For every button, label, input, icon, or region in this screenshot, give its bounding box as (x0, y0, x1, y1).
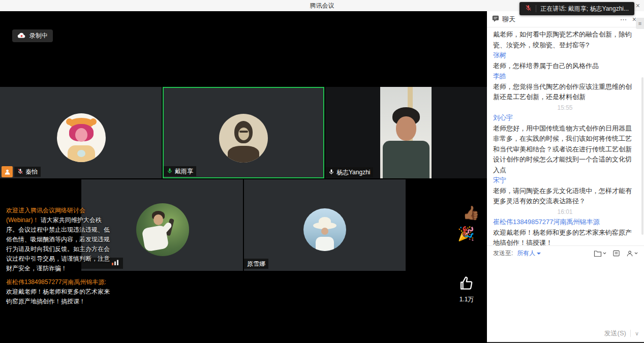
window-close-icon[interactable]: × (636, 0, 640, 11)
chat-scrollbar[interactable] (641, 77, 643, 235)
chat-panel: 聊天 ⋯ × ≡ 戴老师，如何看中原陶瓷艺术的融合创新，除钧瓷、汝瓷外，绞胎瓷、… (487, 11, 644, 343)
chat-message-text: 戴老师，如何看中原陶瓷艺术的融合创新，除钧瓷、汝瓷外，绞胎瓷、登封窑等? (493, 29, 637, 50)
video-area: 录制中 秦怡 (0, 11, 487, 343)
recording-label: 录制中 (29, 32, 48, 40)
person-icon[interactable] (626, 250, 638, 257)
network-signal-icon (111, 259, 119, 268)
muted-mic-icon (525, 5, 532, 13)
overlay-chat-text: 欢迎戴老师！杨老师和更多的艺术家来钧窑原产地搞创作！搞授课！ (6, 288, 110, 305)
chat-bubble-icon (492, 15, 499, 24)
avatar (303, 208, 346, 251)
chat-message-time: 16:01 (493, 207, 637, 217)
video-tile-daiyuxiang[interactable]: 戴雨享 (163, 87, 324, 178)
chat-message-name: 李皓 (493, 71, 637, 82)
chat-message-name: 刘心宇 (493, 113, 637, 123)
chat-title: 聊天 (502, 15, 515, 24)
folder-icon[interactable] (594, 250, 606, 257)
recording-indicator[interactable]: 录制中 (12, 29, 53, 42)
video-tile-yuanxuena[interactable]: 原雪娜 (244, 179, 406, 271)
send-to-label: 发送至: (493, 249, 513, 258)
like-counter[interactable]: 1.1万 (451, 275, 482, 304)
video-feed (380, 87, 432, 178)
chat-message-time: 15:55 (493, 103, 637, 113)
announcement-body: 请大家共同维护大会秩序。会议过程中禁止出现违法违规、低俗色情、吸烟酗酒等内容，若… (6, 216, 110, 272)
announcement-overlay: 欢迎进入腾讯会议网络研讨会(Webinar)！ 请大家共同维护大会秩序。会议过程… (6, 206, 111, 306)
tencent-meeting-window: 腾讯会议 × 录制中 (0, 0, 644, 343)
chat-send-bar: 发送至: 所有人 (487, 245, 644, 261)
thumbs-up-outline-icon[interactable] (458, 285, 475, 293)
participant-name: 杨志Yangzhi (336, 168, 370, 177)
chat-message-text: 老师，请问陶瓷在多元文化语境中，怎样才能有更多灵活有效的交流表达路径？ (493, 186, 637, 207)
chat-message-list[interactable]: 戴老师，如何看中原陶瓷艺术的融合创新，除钧瓷、汝瓷外，绞胎瓷、登封窑等?张树老师… (487, 27, 644, 245)
host-badge-icon (2, 166, 13, 177)
avatar (136, 203, 189, 256)
muted-mic-icon (17, 168, 23, 176)
send-button[interactable]: 发送(S) (604, 329, 626, 338)
chat-message-text: 老师，怎样培养属于自己的风格作品 (493, 61, 637, 72)
reaction-thumbs-up-emoji: 👍🏾 (463, 206, 480, 220)
send-to-value: 所有人 (517, 249, 535, 258)
avatar (57, 113, 106, 162)
chat-more-icon[interactable]: ⋯ (618, 15, 630, 23)
send-options-chevron-icon[interactable]: ∨ (635, 330, 639, 337)
video-tile-qinyi[interactable]: 秦怡 (0, 87, 162, 178)
chat-message-text: 欢迎戴老师！杨老师和更多的艺术家来钧窑原产地搞创作！搞授课！ (493, 228, 637, 246)
reaction-party-popper-emoji: 🎉 (457, 227, 475, 241)
participant-name-tag: 秦怡 (14, 167, 41, 177)
reaction-grinning-emoji: 😁 (456, 248, 471, 262)
participant-name: 原雪娜 (247, 260, 265, 268)
speaking-toast: 正在讲话: 戴雨享; 杨志Yangzhi... (519, 2, 634, 15)
chat-message-name: 张树 (493, 50, 637, 61)
overlay-chat-sender: 崔松伟13849857277河南禹州锦丰源: (6, 278, 106, 286)
announcement-board-icon[interactable] (612, 250, 620, 257)
chat-message-name: 崔松伟13849857277河南禹州锦丰源 (493, 217, 637, 228)
participant-name: 戴雨享 (175, 167, 193, 176)
send-button-group: 发送(S) ∨ (604, 329, 639, 338)
participant-name: 秦怡 (25, 168, 38, 176)
mic-on-icon (328, 169, 334, 176)
chat-message-text: 老师，您觉得当代陶艺的创作应该注重思维的创新还是工艺创新，还是材料创新 (493, 82, 637, 103)
send-to-dropdown[interactable]: 所有人 (517, 249, 541, 258)
like-count: 1.1万 (451, 295, 482, 304)
chevron-down-icon (537, 253, 541, 255)
video-tile-yangzhi[interactable]: 杨志Yangzhi (325, 87, 487, 178)
cloud-recording-icon (17, 32, 26, 40)
participant-name-tag: 原雪娜 (244, 259, 268, 269)
speaking-toast-text: 正在讲话: 戴雨享; 杨志Yangzhi... (540, 5, 629, 13)
participant-name-tag: 戴雨享 (164, 166, 196, 176)
avatar (219, 114, 268, 163)
chat-input-area[interactable] (487, 261, 644, 327)
chat-message-text: 老师您好，用中国传统造物方式创作的日用器皿非常多，在实践的时候，我们该如何将传统… (493, 123, 637, 176)
chat-message-name: 宋宁 (493, 175, 637, 186)
participant-name-tag: 杨志Yangzhi (325, 167, 373, 177)
speaking-mic-icon (167, 168, 173, 175)
